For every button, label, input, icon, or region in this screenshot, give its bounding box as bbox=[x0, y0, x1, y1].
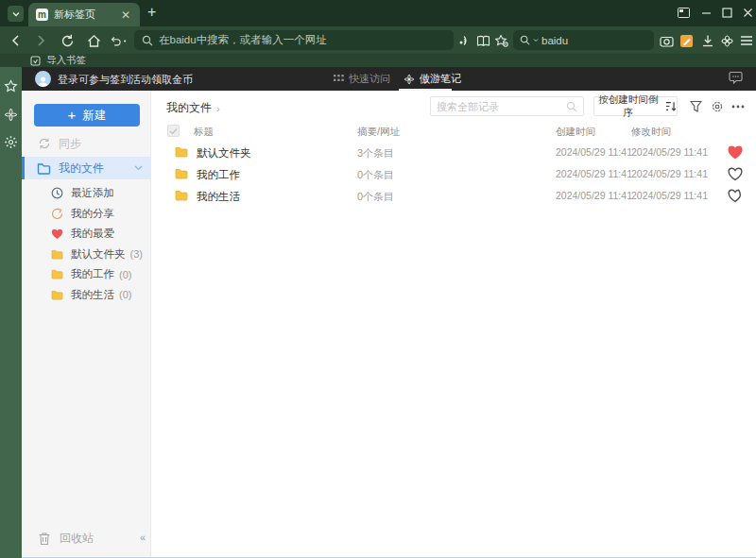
reading-mode-button[interactable] bbox=[474, 32, 491, 49]
col-modified[interactable]: 修改时间 bbox=[631, 126, 671, 139]
skins-button[interactable] bbox=[718, 32, 735, 49]
sidebar-item-recent[interactable]: 最近添加 bbox=[22, 183, 151, 204]
address-bar[interactable]: 在baidu中搜索，或者输入一个网址 bbox=[134, 30, 454, 50]
trash-icon bbox=[38, 532, 51, 546]
import-bookmarks-label[interactable]: 导入书签 bbox=[46, 54, 86, 67]
sidebar-item-favorites[interactable]: 我的最爱 bbox=[22, 224, 151, 245]
share-icon bbox=[51, 208, 63, 220]
main-menu-button[interactable] bbox=[738, 32, 755, 49]
filter-icon bbox=[690, 100, 702, 112]
tab-close-icon[interactable]: ✕ bbox=[119, 8, 132, 22]
row-created: 2024/05/29 11:41 bbox=[556, 146, 632, 158]
maxnote-panel-button[interactable] bbox=[3, 107, 19, 123]
col-title[interactable]: 标题 bbox=[194, 126, 214, 139]
reload-button[interactable] bbox=[59, 32, 76, 49]
breadcrumb[interactable]: 我的文件 › bbox=[166, 100, 220, 116]
tab-maxnote-label: 傲游笔记 bbox=[420, 72, 461, 86]
row-title[interactable]: 我的工作 bbox=[197, 168, 240, 182]
item-label: 默认文件夹 bbox=[71, 247, 126, 262]
heart-icon bbox=[51, 228, 63, 240]
address-placeholder: 在baidu中搜索，或者输入一个网址 bbox=[159, 33, 327, 47]
maxnote-button[interactable] bbox=[678, 32, 695, 49]
engine-dropdown-icon[interactable] bbox=[533, 38, 539, 42]
favorite-heart-button[interactable] bbox=[728, 145, 744, 161]
browser-tab-newtab[interactable]: m 新标签页 ✕ bbox=[28, 3, 140, 26]
favorite-heart-button[interactable] bbox=[728, 167, 744, 182]
sidebar-item-work-folder[interactable]: 我的工作 (0) bbox=[22, 264, 151, 285]
maxthon-logo-icon: m bbox=[36, 8, 48, 21]
table-header: 标题 摘要/网址 创建时间 修改时间 bbox=[151, 123, 756, 142]
recycle-bin-button[interactable]: 回收站 bbox=[38, 531, 94, 547]
row-title[interactable]: 默认文件夹 bbox=[197, 146, 251, 161]
view-settings-button[interactable] bbox=[709, 98, 725, 114]
item-label: 我的工作 bbox=[71, 267, 114, 281]
sidebar-item-shares[interactable]: 我的分享 bbox=[22, 204, 151, 225]
forward-icon bbox=[34, 34, 47, 47]
row-title[interactable]: 我的生活 bbox=[197, 190, 240, 204]
search-icon bbox=[520, 35, 530, 45]
row-modified: 2024/05/29 11:41 bbox=[631, 168, 708, 179]
sort-order-button[interactable]: 按创建时间倒序 bbox=[593, 96, 678, 116]
row-summary: 0个条目 bbox=[357, 190, 394, 204]
collapse-sidebar-button[interactable]: « bbox=[140, 532, 146, 543]
login-prompt[interactable]: 登录可参与签到活动领取金币 bbox=[58, 73, 193, 87]
folder-icon bbox=[51, 290, 63, 300]
new-note-button[interactable]: + 新建 bbox=[34, 104, 140, 127]
col-created[interactable]: 创建时间 bbox=[556, 126, 595, 139]
sort-order-label: 按创建时间倒序 bbox=[594, 93, 662, 120]
sync-icon bbox=[38, 137, 51, 150]
quick-search-box[interactable]: baidu bbox=[513, 30, 654, 50]
chevron-down-icon[interactable] bbox=[134, 165, 143, 171]
tab-quick-access[interactable]: 快速访问 bbox=[334, 72, 390, 86]
table-row[interactable]: 我的工作 0个条目 2024/05/29 11:41 2024/05/29 11… bbox=[151, 164, 756, 186]
search-records-box[interactable] bbox=[430, 96, 584, 116]
sidebar-item-my-files[interactable]: 我的文件 bbox=[22, 157, 151, 179]
sidebar-item-life-folder[interactable]: 我的生活 (0) bbox=[22, 285, 151, 306]
settings-panel-button[interactable] bbox=[3, 134, 19, 150]
table-row[interactable]: 默认文件夹 3个条目 2024/05/29 11:41 2024/05/29 1… bbox=[151, 143, 756, 164]
item-count: (0) bbox=[119, 289, 131, 300]
table-row[interactable]: 我的生活 0个条目 2024/05/29 11:41 2024/05/29 11… bbox=[151, 186, 756, 208]
screenshot-button[interactable] bbox=[658, 32, 675, 49]
filter-button[interactable] bbox=[688, 98, 704, 114]
search-input[interactable] bbox=[437, 101, 559, 112]
forward-button[interactable] bbox=[32, 32, 49, 49]
feedback-chat-button[interactable] bbox=[729, 71, 743, 84]
user-icon bbox=[37, 76, 49, 87]
col-summary[interactable]: 摘要/网址 bbox=[357, 126, 400, 139]
check-icon bbox=[169, 127, 178, 135]
back-button[interactable] bbox=[8, 32, 25, 49]
maxthon-browser-window: m 新标签页 ✕ + bbox=[0, 0, 756, 558]
bookmark-settings-button[interactable] bbox=[493, 32, 510, 49]
folder-icon bbox=[51, 249, 63, 260]
clock-icon bbox=[51, 187, 63, 199]
tab-maxnote[interactable]: 傲游笔记 bbox=[404, 72, 461, 86]
undo-button[interactable] bbox=[110, 32, 127, 49]
minimize-button[interactable] bbox=[697, 5, 714, 20]
sidebar-item-default-folder[interactable]: 默认文件夹 (3) bbox=[22, 245, 151, 265]
favorite-heart-button[interactable] bbox=[728, 189, 744, 204]
maximize-button[interactable] bbox=[718, 5, 735, 20]
avatar[interactable] bbox=[35, 71, 51, 87]
close-icon bbox=[743, 8, 753, 18]
tab-list-dropdown-button[interactable] bbox=[8, 6, 24, 22]
notes-page-header: 登录可参与签到活动领取金币 快速访问 傲游笔记 bbox=[22, 67, 756, 91]
read-aloud-button[interactable] bbox=[455, 32, 472, 49]
row-summary: 3个条目 bbox=[357, 146, 394, 161]
row-modified: 2024/05/29 11:41 bbox=[631, 146, 708, 158]
side-strip bbox=[0, 67, 22, 558]
more-options-button[interactable] bbox=[730, 98, 746, 114]
favorites-panel-button[interactable] bbox=[3, 78, 19, 94]
select-all-checkbox[interactable] bbox=[167, 125, 180, 137]
close-window-button[interactable] bbox=[739, 5, 756, 20]
undo-dropdown-dot bbox=[123, 39, 127, 43]
downloads-button[interactable] bbox=[699, 32, 716, 49]
import-bookmarks-icon bbox=[30, 56, 41, 66]
grid-icon bbox=[334, 75, 344, 83]
new-tab-button[interactable]: + bbox=[147, 4, 156, 21]
folder-icon bbox=[175, 168, 188, 179]
home-button[interactable] bbox=[85, 32, 102, 49]
panel-icon bbox=[678, 8, 690, 18]
boss-key-button[interactable] bbox=[675, 5, 692, 20]
sync-button[interactable]: 同步 bbox=[38, 134, 81, 153]
